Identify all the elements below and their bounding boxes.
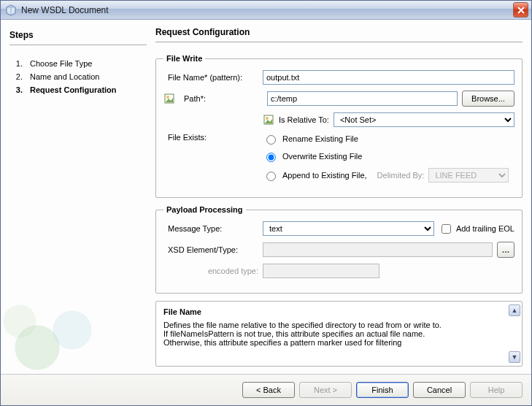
svg-point-1 — [166, 96, 169, 99]
steps-heading: Steps — [9, 30, 147, 45]
is-relative-label: Is Relative To: — [279, 115, 329, 124]
payload-legend: Payload Processing — [163, 205, 246, 214]
close-button[interactable] — [513, 2, 528, 18]
step-label: Name and Location — [30, 72, 99, 81]
file-write-legend: File Write — [163, 54, 205, 63]
path-input[interactable] — [267, 91, 458, 106]
dialog-content: Steps Request Configuration 1. Choose Fi… — [1, 20, 531, 374]
path-icon — [163, 93, 175, 104]
step-item-current: 3. Request Configuration — [9, 83, 147, 96]
finish-button[interactable]: Finish — [356, 382, 409, 398]
dialog-footer: < Back Next > Finish Cancel Help — [1, 374, 531, 405]
step-item: 2. Name and Location — [9, 70, 147, 83]
description-line: Defines the file name relative to the sp… — [163, 321, 514, 329]
radio-append-input[interactable] — [266, 172, 276, 181]
step-item: 1. Choose File Type — [9, 57, 147, 70]
back-button[interactable]: < Back — [242, 382, 295, 398]
xsd-label: XSD Element/Type: — [163, 245, 258, 254]
file-name-input[interactable] — [263, 70, 514, 85]
encoded-type-input — [263, 264, 379, 278]
radio-rename-input[interactable] — [266, 135, 276, 145]
path-label: Path*: — [180, 94, 263, 103]
relative-icon — [263, 114, 274, 126]
radio-rename[interactable]: Rename Existing File — [263, 133, 509, 145]
description-line: If fileNameIsPattern is not true, this a… — [163, 329, 514, 338]
file-exists-label: File Exists: — [163, 133, 258, 142]
step-label: Choose File Type — [30, 59, 92, 68]
add-trailing-eol[interactable]: Add trailing EOL — [439, 222, 514, 236]
dialog-window: New WSDL Document Steps Request Configur… — [0, 0, 532, 406]
cancel-button[interactable]: Cancel — [413, 382, 466, 398]
description-scrollbar[interactable]: ▲ ▼ — [509, 304, 520, 363]
help-button: Help — [470, 382, 523, 398]
encoded-type-label: encoded type: — [163, 267, 258, 275]
delimited-by-label: Delimited By: — [377, 171, 425, 180]
page-title: Request Configuration — [155, 27, 523, 42]
radio-overwrite-input[interactable] — [266, 153, 276, 162]
titlebar: New WSDL Document — [1, 1, 531, 20]
next-button: Next > — [299, 382, 352, 398]
steps-list: 1. Choose File Type 2. Name and Location… — [9, 57, 147, 96]
delimiter-select: LINE FEED — [428, 168, 509, 183]
radio-overwrite[interactable]: Overwrite Existing File — [263, 150, 509, 162]
decorative-bubbles — [2, 286, 119, 374]
xsd-browse-button[interactable]: … — [497, 242, 514, 258]
app-icon — [5, 4, 17, 16]
main-panel: File Write File Name* (pattern): Path*: … — [155, 54, 523, 367]
is-relative-select[interactable]: <Not Set> — [334, 112, 514, 127]
steps-panel: 1. Choose File Type 2. Name and Location… — [9, 54, 147, 367]
scroll-up-button[interactable]: ▲ — [509, 304, 520, 316]
description-line: Otherwise, this attribute specifies a pa… — [163, 338, 514, 347]
browse-button[interactable]: Browse... — [462, 91, 514, 107]
svg-point-3 — [266, 117, 269, 120]
file-write-group: File Write File Name* (pattern): Path*: … — [155, 54, 523, 198]
xsd-input — [263, 242, 493, 257]
file-name-label: File Name* (pattern): — [163, 73, 258, 82]
description-panel: File Name Defines the file name relative… — [155, 301, 523, 367]
message-type-label: Message Type: — [163, 224, 258, 233]
radio-append[interactable]: Append to Existing File, Delimited By: L… — [263, 168, 509, 183]
window-title: New WSDL Document — [21, 5, 513, 15]
message-type-select[interactable]: text — [263, 221, 434, 236]
step-label: Request Configuration — [30, 85, 117, 94]
scroll-down-button[interactable]: ▼ — [509, 351, 520, 363]
description-title: File Name — [163, 307, 514, 316]
add-trailing-eol-checkbox[interactable] — [442, 224, 451, 234]
payload-group: Payload Processing Message Type: text Ad… — [155, 205, 523, 294]
